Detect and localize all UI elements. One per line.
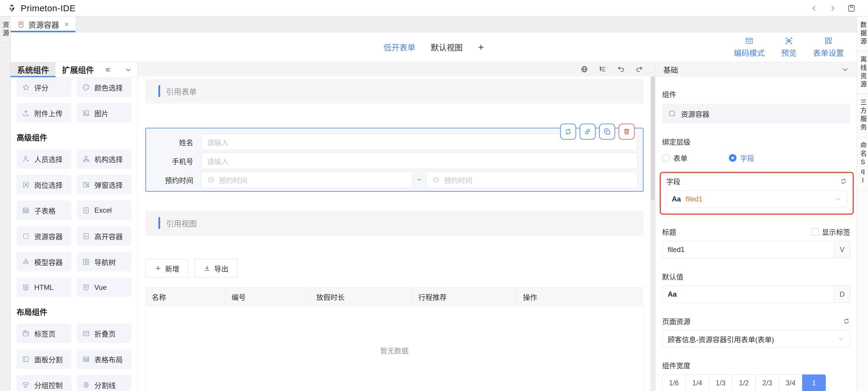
phone-input[interactable]: 请输入: [201, 152, 638, 169]
right-rail-item[interactable]: 命名Sql: [857, 137, 868, 191]
undo-icon[interactable]: [617, 65, 625, 73]
default-value-toggle[interactable]: D: [834, 286, 850, 303]
form-settings-label: 表单设置: [813, 47, 844, 58]
component-item[interactable]: 导航树: [77, 252, 132, 272]
tab-close-icon[interactable]: ×: [64, 20, 69, 29]
field-select[interactable]: Aa filed1: [666, 191, 847, 207]
component-item[interactable]: Vue: [77, 278, 132, 297]
referenced-form-title: 引用表单: [166, 86, 197, 97]
component-item[interactable]: HTML: [17, 278, 71, 297]
default-value-input[interactable]: Aa: [662, 286, 834, 303]
globe-icon[interactable]: [580, 65, 589, 73]
input-placeholder: 请输入: [207, 137, 228, 147]
component-item[interactable]: 分组控制: [17, 375, 71, 391]
component-item[interactable]: 机构选择: [77, 149, 132, 169]
block-action-buttons: [560, 123, 634, 140]
title-input[interactable]: filed1: [662, 241, 834, 258]
link-block-button[interactable]: [580, 123, 596, 140]
nav-forward-icon[interactable]: [829, 4, 837, 12]
component-item[interactable]: 人员选择: [17, 149, 71, 169]
component-item[interactable]: 模型容器: [17, 252, 71, 272]
width-option[interactable]: 1: [802, 374, 826, 391]
preview-button[interactable]: 预览: [781, 36, 797, 58]
referenced-form-section-header[interactable]: 引用表单: [145, 79, 644, 104]
component-item[interactable]: 高开容器: [77, 226, 132, 246]
redo-icon[interactable]: [635, 65, 644, 73]
refresh-resource-icon[interactable]: [843, 317, 850, 325]
component-item[interactable]: 面板分割: [17, 349, 71, 369]
view-tab[interactable]: 低开表单: [383, 41, 415, 53]
component-item-label: 弹窗选择: [95, 179, 123, 190]
properties-panel-header[interactable]: 基础: [656, 62, 857, 77]
add-view-tab-button[interactable]: +: [478, 41, 484, 53]
component-item[interactable]: 岗位选择: [17, 175, 71, 194]
referenced-view-section-header[interactable]: 引用视图: [145, 211, 644, 235]
form-settings-button[interactable]: 表单设置: [813, 36, 844, 58]
tab-resource-container[interactable]: 资源容器 ×: [11, 17, 75, 32]
nav-tree-icon: [82, 258, 90, 266]
app-title: Primeton-IDE: [21, 3, 75, 13]
save-icon[interactable]: [847, 4, 856, 13]
table-column-header: 编号: [225, 288, 310, 306]
export-button[interactable]: 导出: [194, 259, 238, 277]
component-item[interactable]: 评分: [17, 78, 71, 97]
width-option[interactable]: 3/4: [779, 374, 802, 391]
view-tab[interactable]: 默认视图: [431, 41, 463, 53]
component-item[interactable]: 附件上传: [17, 103, 71, 123]
field-type-prefix: Aa: [672, 195, 681, 203]
outline-tree-icon[interactable]: [598, 65, 607, 73]
binding-radio-selected[interactable]: 字段: [729, 152, 754, 163]
collapse-icon: [82, 330, 90, 337]
table-column-header: 操作: [517, 288, 644, 306]
width-option[interactable]: 2/3: [755, 374, 779, 391]
show-label-checkbox[interactable]: [811, 228, 819, 236]
component-grid: 人员选择机构选择岗位选择弹窗选择子表格Excel资源容器高开容器模型容器导航树H…: [17, 149, 131, 297]
primeton-ide-window: Primeton-IDE 资源 资源容器 × 低开表单默认视图+: [0, 0, 868, 391]
width-option[interactable]: 1/2: [732, 374, 756, 391]
right-rail-item[interactable]: 数据源: [857, 17, 868, 51]
nav-back-icon[interactable]: [810, 4, 818, 12]
component-item[interactable]: 标签页: [17, 324, 71, 343]
left-rail-item[interactable]: 资源: [0, 17, 10, 43]
canvas-scrollbar[interactable]: [650, 76, 655, 391]
component-item-label: 岗位选择: [34, 179, 63, 190]
width-option[interactable]: 1/3: [709, 374, 733, 391]
list-menu-icon[interactable]: [104, 66, 112, 73]
selected-form-block[interactable]: 姓名 请输入 手机号 请输入: [145, 128, 644, 192]
component-item[interactable]: Excel: [77, 200, 132, 220]
width-option[interactable]: 1/6: [662, 374, 686, 391]
component-item[interactable]: 颜色选择: [77, 78, 132, 97]
component-panel: 系统组件 扩展组件 评分颜色选择附件上传图片高级组件人员选择机构选择岗位选择弹窗…: [11, 62, 138, 391]
collapse-panel-chevron-icon[interactable]: [124, 66, 132, 74]
component-list: 评分颜色选择附件上传图片高级组件人员选择机构选择岗位选择弹窗选择子表格Excel…: [11, 78, 137, 391]
time-start-input[interactable]: 预约时间: [201, 171, 412, 188]
refresh-block-button[interactable]: [560, 123, 576, 140]
right-rail-item[interactable]: 三方服务: [857, 94, 868, 137]
component-item[interactable]: 分割线: [77, 375, 132, 391]
add-button[interactable]: 新增: [145, 259, 188, 277]
star-icon: [22, 83, 30, 91]
active-tab-underline: [11, 76, 56, 77]
width-option[interactable]: 1/4: [685, 374, 709, 391]
code-mode-button[interactable]: 编码模式: [734, 36, 765, 58]
tab-system-components[interactable]: 系统组件: [11, 62, 56, 77]
form-row-phone: 手机号 请输入: [151, 152, 638, 169]
page-resource-select[interactable]: 顾客信息-资源容器引用表单(表单): [662, 330, 850, 347]
component-item[interactable]: 弹窗选择: [77, 175, 132, 194]
component-item[interactable]: 折叠页: [77, 324, 132, 343]
title-variable-toggle[interactable]: V: [834, 241, 850, 258]
copy-block-button[interactable]: [599, 123, 615, 140]
time-end-input[interactable]: 预约时间: [426, 171, 638, 188]
chevron-down-icon[interactable]: [841, 66, 849, 73]
component-item[interactable]: 资源容器: [17, 226, 71, 246]
show-label-checkbox-wrap[interactable]: 显示标签: [811, 227, 850, 237]
binding-radio-option[interactable]: 表单: [662, 152, 687, 163]
refresh-field-icon[interactable]: [840, 177, 847, 185]
scrollbar-thumb[interactable]: [651, 76, 655, 200]
component-item[interactable]: 子表格: [17, 200, 71, 220]
component-item[interactable]: 表格布局: [77, 349, 132, 369]
delete-block-button[interactable]: [619, 123, 634, 140]
tab-extension-components[interactable]: 扩展组件: [56, 62, 100, 77]
component-item[interactable]: 图片: [77, 103, 132, 123]
right-rail-item[interactable]: 离线资源: [857, 51, 868, 94]
